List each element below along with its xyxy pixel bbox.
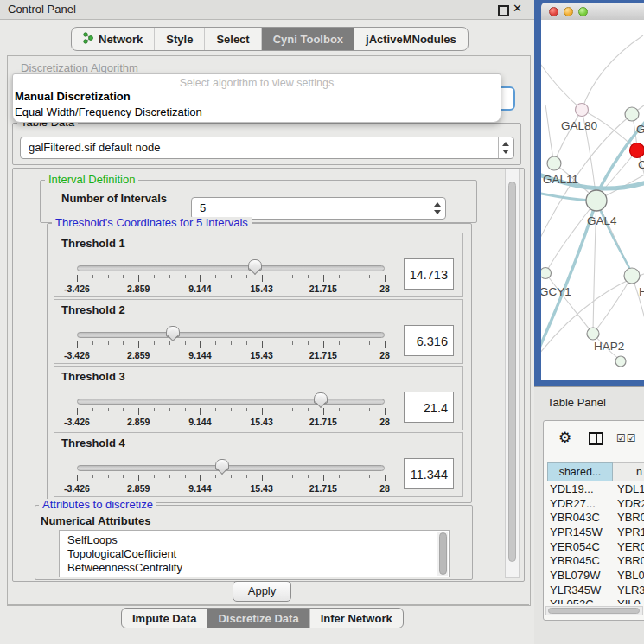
mac-zoom-icon[interactable] [578,7,588,16]
threshold-3-slider[interactable]: -3.426 2.859 9.144 15.43 21.715 28 [77,392,385,427]
node-gcy1[interactable] [541,268,552,279]
interval-definition-label: Interval Definition [45,174,138,186]
tab-discretize-data[interactable]: Discretize Data [207,609,309,628]
split-columns-icon[interactable] [589,432,603,445]
node-gal11[interactable] [547,156,561,170]
apply-button[interactable]: Apply [233,581,291,602]
node-gal80[interactable] [576,104,589,117]
list-item[interactable]: BetweennessCentrality [67,561,182,574]
table-panel-box: ⚙ ☑☑ shared... n YDL19...YDL1 YDR27...YD… [543,420,644,621]
table-horizontal-scrollbar[interactable] [545,606,643,615]
algorithm-dropdown-popup: Select algorithm to view settings Manual… [12,73,501,123]
tab-style[interactable]: Style [155,28,205,50]
checkbox-icons[interactable]: ☑☑ [616,432,637,444]
node-gal4[interactable] [586,190,607,211]
panel-title: Control Panel [8,0,76,19]
slider-tick-labels: -3.426 2.859 9.144 15.43 21.715 28 [77,284,385,294]
tab-network[interactable]: Network [72,28,155,50]
tab-select[interactable]: Select [205,28,261,50]
threshold-3-value[interactable]: 21.4 [404,392,454,423]
threshold-row-1: Threshold 1 -3.426 2.859 9.144 15.43 21.… [54,233,463,297]
scrollbar-thumb[interactable] [548,608,640,614]
table-row[interactable]: YDL19...YDL1 [547,481,644,496]
node-label-gal4: GAL4 [587,214,617,227]
node-selected-red[interactable] [630,143,644,158]
table-row[interactable]: YBL079WYBL0 [547,568,644,583]
threshold-1-label: Threshold 1 [61,237,125,250]
node-label-partial-ga: GA [636,123,644,136]
node-label-hap2: HAP2 [594,340,624,353]
slider-thumb[interactable] [314,392,328,404]
dropdown-option-manual[interactable]: Manual Discretization [15,90,131,103]
table-body[interactable]: YDL19...YDL1 YDR27...YDR2 YBR043CYBR0 YP… [547,481,644,604]
node-label-partial-c: C [638,158,644,171]
tab-impute-data[interactable]: Impute Data [122,609,207,628]
node-label-gal11: GAL11 [543,173,578,186]
control-panel: Control Panel ✕ Network Style Se [0,0,534,644]
dropdown-hint: Select algorithm to view settings [13,77,501,89]
slider-track[interactable] [77,399,385,405]
node-label-gal80: GAL80 [561,119,597,132]
attributes-group-label: Attributes to discretize [39,499,156,511]
slider-thumb[interactable] [248,259,262,271]
threshold-4-value[interactable]: 11.344 [404,458,454,489]
node[interactable] [625,107,639,121]
table-row[interactable]: YER054CYER0 [547,539,644,554]
table-row[interactable]: YPR145WYPR1 [547,525,644,539]
node[interactable] [624,268,640,284]
list-item[interactable]: SelfLoops [67,533,118,546]
network-window-titlebar[interactable] [541,3,644,21]
gear-icon[interactable]: ⚙ [558,430,571,447]
discretization-group-label: Discretization Algorithm [17,62,142,74]
tab-jactivemnodules[interactable]: jActiveMNodules [354,28,468,50]
column-header-shared[interactable]: shared... [547,462,613,481]
float-window-icon[interactable] [498,5,509,16]
threshold-1-value[interactable]: 14.713 [404,258,454,290]
threshold-2-slider[interactable]: -3.426 2.859 9.144 15.43 21.715 28 [77,326,385,360]
dropdown-option-equal-width[interactable]: Equal Width/Frequency Discretization [15,105,202,118]
slider-track[interactable] [77,465,385,471]
table-header: shared... n [547,462,644,481]
table-row[interactable]: YIL052CYIL0 [547,597,644,605]
control-panel-titlebar: Control Panel ✕ [0,0,534,20]
numerical-attributes-list[interactable]: SelfLoops TopologicalCoefficient Between… [59,530,450,577]
mac-minimize-icon[interactable] [564,7,573,16]
table-row[interactable]: YLR345WYLR3 [547,583,644,597]
screen: Control Panel ✕ Network Style Se [0,0,644,644]
slider-thumb[interactable] [215,459,229,470]
threshold-3-label: Threshold 3 [61,370,125,383]
slider-track[interactable] [77,332,385,338]
threshold-4-slider[interactable]: -3.426 2.859 9.144 15.43 21.715 28 [77,459,385,494]
close-icon[interactable]: ✕ [513,2,522,15]
mac-close-icon[interactable] [549,7,558,16]
table-row[interactable]: YBR043CYBR0 [547,510,644,525]
spinner-arrows-icon [430,198,445,219]
table-row[interactable]: YBR045CYBR0 [547,553,644,568]
column-header-name[interactable]: n [613,462,644,481]
combo-arrows-icon [498,137,513,158]
scrollbar-thumb[interactable] [508,182,516,562]
slider-track[interactable] [77,265,385,271]
table-data-group: Table Data galFiltered.sif default node [12,123,521,165]
number-of-intervals-label: Number of Intervals [61,192,167,205]
threshold-4-label: Threshold 4 [61,437,125,450]
slider-tick-labels: -3.426 2.859 9.144 15.43 21.715 28 [77,417,385,427]
tab-infer-network[interactable]: Infer Network [310,609,403,628]
node-hap2[interactable] [587,328,599,340]
threshold-1-slider[interactable]: -3.426 2.859 9.144 15.43 21.715 28 [77,259,385,294]
threshold-2-value[interactable]: 6.316 [404,325,454,356]
network-view-window: GAL80 GA C GAL11 GAL4 GCY1 H HAP2 [534,0,644,386]
list-vertical-scrollbar[interactable] [437,532,448,576]
tab-cyni-toolbox[interactable]: Cyni Toolbox [262,28,354,50]
list-item[interactable]: TopologicalCoefficient [67,547,176,560]
settings-vertical-scrollbar[interactable] [505,169,520,578]
slider-thumb[interactable] [166,326,180,337]
threshold-row-4: Threshold 4 -3.426 2.859 9.144 15.43 21.… [54,432,463,497]
table-data-combobox[interactable]: galFiltered.sif default node [20,137,514,159]
table-row[interactable]: YDR27...YDR2 [547,496,644,511]
scrollbar-thumb[interactable] [439,532,447,575]
network-canvas[interactable]: GAL80 GA C GAL11 GAL4 GCY1 H HAP2 [541,20,644,380]
table-panel: Table Panel ⚙ ☑☑ shared... n YDL19...YDL… [534,386,644,644]
node-label-gcy1: GCY1 [541,285,571,298]
node[interactable] [615,356,626,367]
